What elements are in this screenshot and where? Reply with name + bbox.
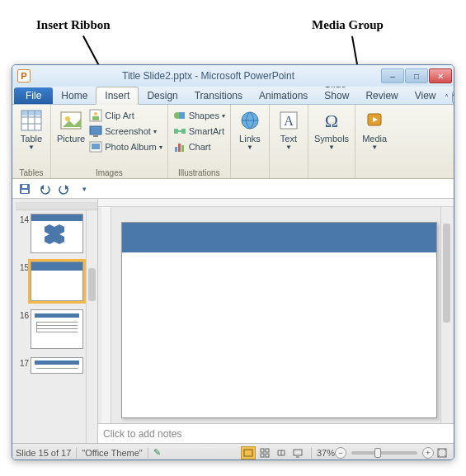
horizontal-ruler[interactable]: [98, 199, 454, 207]
qat-redo-icon[interactable]: [57, 181, 72, 196]
photo-album-icon: [89, 140, 102, 153]
shapes-icon: [173, 109, 186, 122]
tab-design[interactable]: Design: [139, 87, 186, 104]
svg-rect-10: [92, 116, 99, 120]
links-icon: [238, 108, 262, 133]
vertical-ruler[interactable]: [101, 207, 111, 423]
svg-rect-16: [179, 112, 185, 119]
media-icon: [362, 108, 387, 133]
chart-icon: [173, 140, 186, 153]
group-text: A Text ▼ Text: [270, 105, 308, 178]
divider: [76, 447, 77, 459]
picture-button[interactable]: Picture: [54, 106, 87, 145]
slide-thumbnail-15[interactable]: [31, 262, 83, 301]
thumb-number: 16: [16, 309, 29, 320]
dropdown-caret-icon: ▼: [28, 144, 35, 151]
svg-rect-11: [90, 126, 101, 134]
status-slide-number: Slide 15 of 17: [16, 448, 71, 458]
screenshot-icon: [89, 125, 102, 138]
shapes-button[interactable]: Shapes ▾: [172, 108, 227, 123]
dropdown-caret-icon: ▾: [222, 112, 225, 120]
notes-pane[interactable]: Click to add notes: [98, 423, 454, 443]
symbols-button[interactable]: Ω Symbols ▼: [312, 106, 351, 153]
tab-insert[interactable]: Insert: [96, 87, 139, 105]
media-button[interactable]: Media ▼: [359, 106, 390, 153]
divider: [311, 447, 312, 459]
smartart-label: SmartArt: [189, 126, 224, 136]
tab-transitions[interactable]: Transitions: [186, 87, 251, 104]
text-button[interactable]: A Text ▼: [273, 106, 304, 153]
help-icon[interactable]: ?: [452, 91, 454, 104]
slide-scrollbar-vertical[interactable]: [440, 207, 452, 423]
status-bar: Slide 15 of 17 "Office Theme" ✎ 37% − +: [12, 443, 454, 460]
photo-album-button[interactable]: Photo Album ▾: [87, 139, 163, 154]
svg-rect-5: [21, 111, 41, 115]
picture-icon: [59, 108, 83, 133]
dropdown-caret-icon: ▼: [285, 144, 292, 151]
zoom-slider[interactable]: [351, 451, 417, 455]
qat-customize-icon[interactable]: ▾: [77, 181, 92, 196]
close-button[interactable]: ✕: [429, 68, 452, 83]
group-links: Links ▼ Links: [231, 105, 270, 178]
slide-thumbnail-panel[interactable]: 14 15 16: [12, 199, 98, 443]
slide-thumbnail-14[interactable]: [31, 214, 83, 253]
view-slideshow-icon[interactable]: [290, 446, 305, 460]
annotation-media-group: Media Group: [312, 18, 384, 32]
tab-animations[interactable]: Animations: [251, 87, 316, 104]
table-icon: [19, 108, 44, 133]
clip-art-label: Clip Art: [105, 111, 134, 120]
svg-rect-31: [22, 185, 27, 188]
svg-rect-44: [294, 450, 302, 455]
fit-to-window-icon[interactable]: [435, 446, 450, 460]
slide-thumbnail-16[interactable]: [31, 309, 83, 349]
tab-view[interactable]: View: [407, 87, 445, 104]
chart-button[interactable]: Chart: [172, 139, 227, 154]
minimize-button[interactable]: –: [381, 68, 404, 83]
slide-thumbnail-17[interactable]: [31, 357, 83, 374]
workspace: 14 15 16: [12, 199, 454, 443]
clip-art-button[interactable]: Clip Art: [87, 108, 163, 123]
zoom-in-button[interactable]: +: [422, 447, 434, 459]
links-button[interactable]: Links ▼: [234, 106, 266, 153]
group-label-illustrations: Illustrations: [172, 167, 227, 177]
thumbnail-scrollbar[interactable]: [86, 210, 97, 443]
group-tables: Table ▼ Tables: [12, 105, 51, 178]
slide-canvas[interactable]: [121, 222, 437, 418]
slide-title-placeholder[interactable]: [122, 223, 436, 252]
dropdown-caret-icon: ▼: [247, 144, 253, 151]
view-reading-icon[interactable]: [274, 446, 289, 460]
tab-home[interactable]: Home: [53, 87, 96, 104]
group-illustrations: Shapes ▾ SmartArt Chart: [168, 105, 231, 178]
svg-rect-22: [181, 145, 184, 152]
qat-save-icon[interactable]: [17, 181, 32, 196]
svg-rect-14: [92, 144, 100, 149]
symbols-button-label: Symbols: [314, 134, 349, 144]
screenshot-button[interactable]: Screenshot ▾: [87, 124, 163, 139]
table-button-label: Table: [21, 134, 42, 144]
ribbon-collapse-icon[interactable]: ˄: [445, 91, 449, 104]
titlebar[interactable]: P Title Slide2.pptx - Microsoft PowerPoi…: [12, 65, 454, 87]
thumbnail-panel-tabs[interactable]: [16, 202, 97, 210]
maximize-button[interactable]: □: [405, 68, 428, 83]
group-symbols: Ω Symbols ▼ Symbols: [308, 105, 355, 178]
svg-rect-17: [174, 129, 178, 134]
tab-review[interactable]: Review: [357, 87, 406, 104]
view-normal-icon[interactable]: [241, 446, 256, 460]
qat-undo-icon[interactable]: [37, 181, 52, 196]
symbols-icon: Ω: [319, 108, 344, 133]
table-button[interactable]: Table ▼: [16, 106, 47, 153]
zoom-out-button[interactable]: −: [335, 447, 346, 459]
svg-rect-21: [178, 144, 181, 152]
spellcheck-icon[interactable]: ✎: [153, 447, 161, 458]
thumb-number: 17: [16, 357, 29, 368]
smartart-button[interactable]: SmartArt: [172, 124, 227, 139]
screenshot-label: Screenshot: [105, 126, 151, 136]
zoom-percent[interactable]: 37%: [317, 448, 335, 458]
photo-album-label: Photo Album: [105, 142, 156, 152]
svg-rect-40: [261, 449, 264, 452]
app-icon-powerpoint[interactable]: P: [17, 69, 31, 82]
thumb-number: 15: [16, 262, 29, 272]
view-sorter-icon[interactable]: [257, 446, 272, 460]
tab-file[interactable]: File: [14, 87, 53, 104]
window-title: Title Slide2.pptx - Microsoft PowerPoint: [35, 70, 381, 82]
